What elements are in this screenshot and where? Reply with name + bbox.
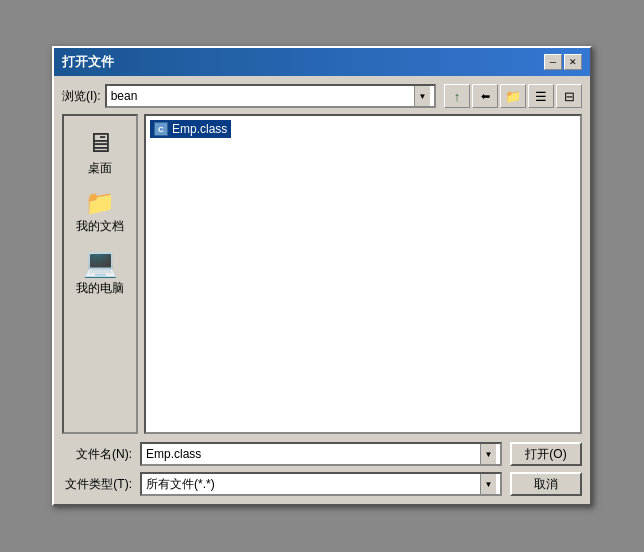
filename-label: 文件名(N): [62, 446, 132, 463]
browse-label: 浏览(I): [62, 88, 101, 105]
title-bar-controls: ─ ✕ [544, 54, 582, 70]
dialog-title: 打开文件 [62, 53, 114, 71]
filetype-value: 所有文件(*.*) [146, 476, 480, 493]
prev-icon: ⬅ [481, 90, 490, 103]
toolbar-row: 浏览(I): bean ▼ ↑ ⬅ 📁 ☰ ⊟ [62, 84, 582, 108]
title-bar: 打开文件 ─ ✕ [54, 48, 590, 76]
sidebar: 🖥 桌面 📁 我的文档 💻 我的电脑 [62, 114, 138, 434]
sidebar-item-mydocs[interactable]: 📁 我的文档 [68, 186, 132, 240]
path-combo[interactable]: bean ▼ [105, 84, 436, 108]
main-area: 🖥 桌面 📁 我的文档 💻 我的电脑 C Emp.class [62, 114, 582, 434]
cancel-button[interactable]: 取消 [510, 472, 582, 496]
filetype-combo-arrow[interactable]: ▼ [480, 474, 496, 494]
sidebar-item-mypc[interactable]: 💻 我的电脑 [68, 244, 132, 302]
mydocs-icon: 📁 [85, 191, 115, 215]
file-area[interactable]: C Emp.class [144, 114, 582, 434]
dialog-body: 浏览(I): bean ▼ ↑ ⬅ 📁 ☰ ⊟ [54, 76, 590, 504]
sidebar-mypc-label: 我的电脑 [76, 280, 124, 297]
open-button-label: 打开(O) [525, 446, 566, 463]
toolbar-buttons: ↑ ⬅ 📁 ☰ ⊟ [444, 84, 582, 108]
minimize-button[interactable]: ─ [544, 54, 562, 70]
file-name-emp-class: Emp.class [172, 122, 227, 136]
current-path-value: bean [111, 89, 414, 103]
desktop-icon: 🖥 [86, 129, 114, 157]
filename-row: 文件名(N): Emp.class ▼ 打开(O) [62, 442, 582, 466]
detail-view-icon: ⊟ [564, 89, 575, 104]
mypc-icon: 💻 [83, 249, 118, 277]
open-button[interactable]: 打开(O) [510, 442, 582, 466]
filename-combo[interactable]: Emp.class ▼ [140, 442, 502, 466]
filename-combo-arrow[interactable]: ▼ [480, 444, 496, 464]
prev-button[interactable]: ⬅ [472, 84, 498, 108]
up-button[interactable]: ↑ [444, 84, 470, 108]
new-folder-icon: 📁 [505, 89, 521, 104]
filename-value: Emp.class [146, 447, 480, 461]
filetype-combo[interactable]: 所有文件(*.*) ▼ [140, 472, 502, 496]
path-combo-arrow[interactable]: ▼ [414, 86, 430, 106]
detail-view-button[interactable]: ⊟ [556, 84, 582, 108]
sidebar-mydocs-label: 我的文档 [76, 218, 124, 235]
sidebar-desktop-label: 桌面 [88, 160, 112, 177]
list-view-icon: ☰ [535, 90, 547, 103]
sidebar-item-desktop[interactable]: 🖥 桌面 [68, 124, 132, 182]
up-icon: ↑ [454, 89, 461, 104]
filetype-label: 文件类型(T): [62, 476, 132, 493]
file-item-emp-class[interactable]: C Emp.class [150, 120, 231, 138]
new-folder-button[interactable]: 📁 [500, 84, 526, 108]
cancel-button-label: 取消 [534, 476, 558, 493]
open-file-dialog: 打开文件 ─ ✕ 浏览(I): bean ▼ ↑ ⬅ 📁 [52, 46, 592, 506]
class-file-icon: C [154, 122, 168, 136]
filetype-row: 文件类型(T): 所有文件(*.*) ▼ 取消 [62, 472, 582, 496]
close-button[interactable]: ✕ [564, 54, 582, 70]
list-view-button[interactable]: ☰ [528, 84, 554, 108]
bottom-section: 文件名(N): Emp.class ▼ 打开(O) 文件类型(T): 所有文件(… [62, 442, 582, 496]
